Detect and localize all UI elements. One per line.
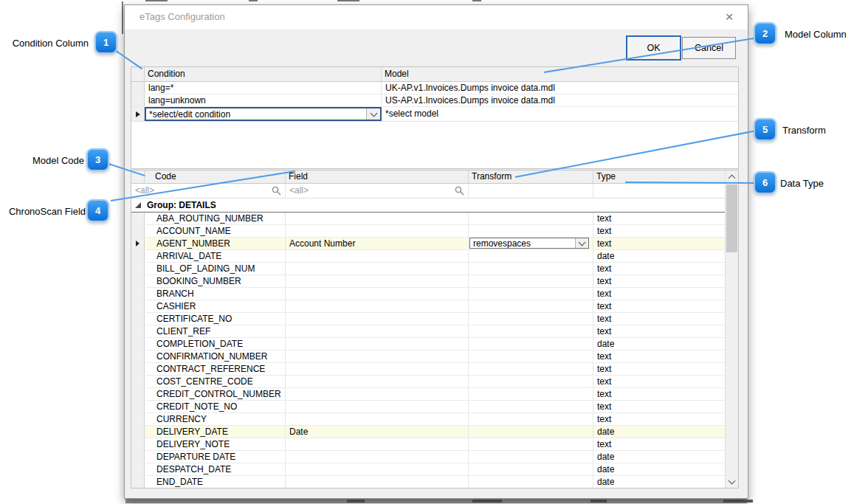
transform-cell[interactable] [469, 463, 593, 475]
field-row[interactable]: BOOKING_NUMBERtext [131, 275, 725, 288]
code-cell[interactable]: DESPATCH_DATE [145, 463, 286, 475]
code-cell[interactable]: CURRENCY [145, 413, 286, 425]
transform-cell[interactable]: removespaces [469, 238, 593, 249]
field-cell[interactable] [286, 313, 469, 325]
type-cell[interactable]: text [593, 388, 725, 400]
type-cell[interactable]: text [593, 351, 725, 362]
field-cell[interactable] [286, 250, 469, 262]
condition-column-header[interactable]: Condition [145, 67, 382, 81]
condition-row[interactable]: *select/edit condition*select model [131, 107, 738, 122]
field-row[interactable]: END_DATEdate [131, 476, 725, 489]
field-cell[interactable] [286, 451, 469, 463]
field-row[interactable]: DESPATCH_DATEdate [131, 463, 725, 476]
transform-cell[interactable] [469, 451, 593, 463]
type-cell[interactable]: date [593, 426, 725, 438]
type-cell[interactable]: text [593, 275, 725, 287]
model-cell[interactable]: UK-AP.v1.Invoices.Dumps invoice data.mdl [382, 82, 738, 94]
type-cell[interactable]: text [593, 288, 725, 300]
code-cell[interactable]: BOOKING_NUMBER [145, 275, 286, 287]
code-cell[interactable]: DEPARTURE DATE [145, 451, 286, 463]
transform-cell[interactable] [469, 313, 593, 325]
transform-filter-input[interactable] [469, 184, 593, 198]
combobox-dropdown-button[interactable] [366, 108, 380, 120]
transform-cell[interactable] [469, 275, 593, 287]
type-cell[interactable]: text [593, 225, 725, 237]
condition-cell[interactable]: lang=* [145, 82, 382, 94]
transform-combobox[interactable]: removespaces [469, 238, 589, 249]
code-cell[interactable]: CONTRACT_REFERENCE [145, 363, 286, 375]
code-cell[interactable]: COST_CENTRE_CODE [145, 376, 286, 387]
field-cell[interactable] [286, 288, 469, 300]
close-icon[interactable]: × [720, 7, 739, 27]
field-cell[interactable] [286, 213, 469, 224]
field-row[interactable]: CASHIERtext [131, 300, 725, 313]
type-cell[interactable]: date [593, 476, 725, 488]
field-cell[interactable] [286, 438, 469, 450]
field-row[interactable]: CERTIFICATE_NOtext [131, 313, 725, 325]
field-row[interactable]: DELIVERY_DATEDatedate [131, 426, 725, 438]
type-cell[interactable]: text [593, 438, 725, 450]
field-row[interactable]: COMPLETION_DATEdate [131, 338, 725, 351]
field-row[interactable]: DEPARTURE DATEdate [131, 451, 725, 463]
dialog-titlebar[interactable]: eTags Configuration × [125, 5, 748, 30]
field-cell[interactable]: Date [286, 426, 469, 438]
combobox-dropdown-button[interactable] [575, 238, 588, 248]
type-cell[interactable]: text [593, 363, 725, 375]
transform-cell[interactable] [469, 213, 593, 224]
field-column-header[interactable]: Field [286, 170, 469, 183]
condition-cell[interactable]: lang=unknown [145, 94, 382, 106]
field-cell[interactable] [286, 363, 469, 375]
transform-cell[interactable] [469, 426, 593, 438]
type-cell[interactable]: text [593, 401, 725, 412]
code-cell[interactable]: AGENT_NUMBER [145, 238, 286, 249]
code-cell[interactable]: CREDIT_CONTROL_NUMBER [145, 388, 286, 400]
transform-cell[interactable] [469, 351, 593, 362]
field-row[interactable]: CONFIRMATION_NUMBERtext [131, 351, 725, 363]
code-cell[interactable]: DELIVERY_NOTE [145, 438, 286, 450]
field-row[interactable]: BRANCHtext [131, 288, 725, 300]
scrollbar-thumb[interactable] [726, 184, 737, 252]
transform-column-header[interactable]: Transform [469, 170, 593, 183]
field-row[interactable]: ABA_ROUTING_NUMBERtext [131, 213, 725, 225]
field-cell[interactable] [286, 338, 469, 350]
field-row[interactable]: DELIVERY_NOTEtext [131, 438, 725, 451]
type-cell[interactable]: text [593, 238, 725, 249]
scroll-down-button[interactable] [726, 475, 738, 488]
condition-combobox[interactable]: *select/edit condition [145, 107, 382, 121]
field-cell[interactable]: Account Number [286, 238, 469, 249]
transform-cell[interactable] [469, 225, 593, 237]
field-row[interactable]: COST_CENTRE_CODEtext [131, 376, 725, 388]
field-cell[interactable] [286, 263, 469, 275]
code-cell[interactable]: CASHIER [145, 300, 286, 312]
code-cell[interactable]: DELIVERY_DATE [145, 426, 286, 438]
field-cell[interactable] [286, 300, 469, 312]
field-cell[interactable] [286, 463, 469, 475]
type-filter-input[interactable] [593, 184, 725, 198]
field-row[interactable]: CREDIT_CONTROL_NUMBERtext [131, 388, 725, 401]
type-cell[interactable]: text [593, 213, 725, 224]
transform-cell[interactable] [469, 438, 593, 450]
transform-cell[interactable] [469, 476, 593, 488]
transform-cell[interactable] [469, 250, 593, 262]
code-cell[interactable]: END_DATE [145, 476, 286, 488]
field-cell[interactable] [286, 351, 469, 362]
code-filter-input[interactable]: <all> [131, 184, 286, 198]
transform-cell[interactable] [469, 363, 593, 375]
vertical-scrollbar[interactable] [725, 170, 738, 488]
code-cell[interactable]: CERTIFICATE_NO [145, 313, 286, 325]
transform-cell[interactable] [469, 401, 593, 412]
field-cell[interactable] [286, 388, 469, 400]
code-cell[interactable]: COMPLETION_DATE [145, 338, 286, 350]
field-filter-input[interactable]: <all> [286, 184, 469, 198]
code-cell[interactable]: CLIENT_REF [145, 325, 286, 337]
code-cell[interactable]: ACCOUNT_NAME [145, 225, 286, 237]
group-row-details[interactable]: Group: DETAILS [131, 199, 725, 213]
transform-cell[interactable] [469, 300, 593, 312]
condition-row[interactable]: lang=*UK-AP.v1.Invoices.Dumps invoice da… [131, 82, 738, 94]
type-cell[interactable]: text [593, 325, 725, 337]
type-cell[interactable]: text [593, 313, 725, 325]
code-cell[interactable]: CONFIRMATION_NUMBER [145, 351, 286, 362]
field-cell[interactable] [286, 401, 469, 412]
field-cell[interactable] [286, 225, 469, 237]
field-row[interactable]: CREDIT_NOTE_NOtext [131, 401, 725, 413]
